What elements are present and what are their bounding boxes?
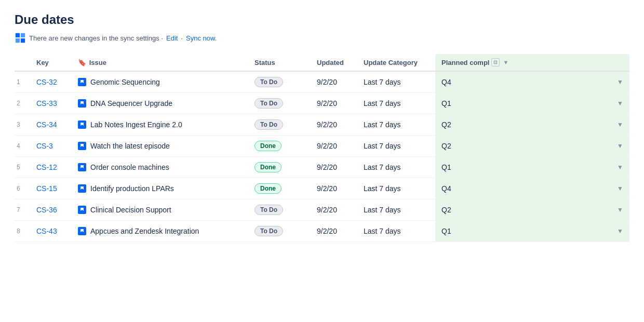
row-category: Last 7 days bbox=[357, 199, 435, 221]
planned-value: Q1 bbox=[441, 99, 451, 108]
row-planned[interactable]: Q1 ▼ bbox=[435, 221, 629, 242]
planned-value: Q2 bbox=[441, 142, 451, 150]
status-badge[interactable]: To Do bbox=[254, 119, 283, 130]
dropdown-arrow-icon[interactable]: ▼ bbox=[617, 164, 623, 171]
col-header-category[interactable]: Update Category bbox=[357, 54, 435, 71]
col-header-issue[interactable]: 🔖 Issue bbox=[72, 54, 248, 71]
row-planned[interactable]: Q2 ▼ bbox=[435, 136, 629, 157]
row-planned[interactable]: Q4 ▼ bbox=[435, 178, 629, 199]
table-row: 8 CS-43 Appcues and Zendesk Integration … bbox=[15, 221, 629, 242]
row-issue[interactable]: Order console machines bbox=[72, 157, 248, 178]
edit-link[interactable]: Edit bbox=[166, 34, 178, 42]
row-num: 2 bbox=[15, 93, 30, 114]
row-planned[interactable]: Q2 ▼ bbox=[435, 199, 629, 221]
status-badge[interactable]: Done bbox=[254, 141, 281, 151]
dropdown-arrow-icon[interactable]: ▼ bbox=[617, 100, 623, 107]
status-badge[interactable]: To Do bbox=[254, 226, 283, 236]
row-status[interactable]: To Do bbox=[248, 199, 311, 221]
issue-title: Appcues and Zendesk Integration bbox=[90, 227, 199, 235]
row-category: Last 7 days bbox=[357, 157, 435, 178]
row-planned[interactable]: Q1 ▼ bbox=[435, 157, 629, 178]
row-status[interactable]: To Do bbox=[248, 114, 311, 136]
row-issue[interactable]: Clinical Decision Support bbox=[72, 199, 248, 221]
row-status[interactable]: Done bbox=[248, 136, 311, 157]
row-key[interactable]: CS-3 bbox=[30, 136, 72, 157]
row-key[interactable]: CS-32 bbox=[30, 71, 72, 93]
row-planned[interactable]: Q1 ▼ bbox=[435, 93, 629, 114]
row-num: 8 bbox=[15, 221, 30, 242]
row-status[interactable]: To Do bbox=[248, 221, 311, 242]
row-category: Last 7 days bbox=[357, 114, 435, 136]
resize-icon[interactable]: ⊡ bbox=[491, 58, 500, 66]
col-header-updated[interactable]: Updated bbox=[311, 54, 357, 71]
row-key[interactable]: CS-12 bbox=[30, 157, 72, 178]
story-icon bbox=[78, 206, 86, 214]
dropdown-arrow-icon[interactable]: ▼ bbox=[617, 206, 623, 213]
sync-now-link[interactable]: Sync now. bbox=[186, 34, 217, 42]
row-status[interactable]: To Do bbox=[248, 93, 311, 114]
svg-rect-0 bbox=[16, 33, 20, 37]
row-updated: 9/2/20 bbox=[311, 199, 357, 221]
row-status[interactable]: Done bbox=[248, 157, 311, 178]
planned-value: Q2 bbox=[441, 206, 451, 214]
row-planned[interactable]: Q2 ▼ bbox=[435, 114, 629, 136]
issue-title: Clinical Decision Support bbox=[90, 206, 171, 214]
story-icon bbox=[78, 163, 86, 171]
row-key[interactable]: CS-34 bbox=[30, 114, 72, 136]
status-badge[interactable]: Done bbox=[254, 183, 281, 194]
row-issue[interactable]: Genomic Sequencing bbox=[72, 71, 248, 93]
sort-chevron-icon[interactable]: ▼ bbox=[503, 59, 508, 65]
dropdown-arrow-icon[interactable]: ▼ bbox=[617, 121, 623, 128]
svg-rect-3 bbox=[21, 38, 25, 43]
row-issue[interactable]: Identify production LPARs bbox=[72, 178, 248, 199]
story-icon bbox=[78, 99, 86, 108]
status-badge[interactable]: To Do bbox=[254, 205, 283, 215]
row-category: Last 7 days bbox=[357, 178, 435, 199]
row-planned[interactable]: Q4 ▼ bbox=[435, 71, 629, 93]
bookmark-icon: 🔖 bbox=[78, 59, 86, 66]
row-key[interactable]: CS-43 bbox=[30, 221, 72, 242]
story-icon bbox=[78, 120, 86, 129]
row-key[interactable]: CS-36 bbox=[30, 199, 72, 221]
planned-value: Q2 bbox=[441, 120, 451, 129]
dropdown-arrow-icon[interactable]: ▼ bbox=[617, 185, 623, 192]
status-badge[interactable]: To Do bbox=[254, 98, 283, 109]
dropdown-arrow-icon[interactable]: ▼ bbox=[617, 78, 623, 86]
row-issue[interactable]: DNA Sequencer Upgrade bbox=[72, 93, 248, 114]
story-icon bbox=[78, 227, 86, 235]
row-updated: 9/2/20 bbox=[311, 136, 357, 157]
row-key[interactable]: CS-33 bbox=[30, 93, 72, 114]
issue-title: DNA Sequencer Upgrade bbox=[90, 99, 172, 108]
row-updated: 9/2/20 bbox=[311, 178, 357, 199]
dropdown-arrow-icon[interactable]: ▼ bbox=[617, 142, 623, 150]
row-key[interactable]: CS-15 bbox=[30, 178, 72, 199]
due-dates-table: Key 🔖 Issue Status Updated Update Catego… bbox=[15, 54, 629, 242]
row-updated: 9/2/20 bbox=[311, 93, 357, 114]
status-badge[interactable]: To Do bbox=[254, 77, 283, 87]
row-status[interactable]: To Do bbox=[248, 71, 311, 93]
col-header-key[interactable]: Key bbox=[30, 54, 72, 71]
row-category: Last 7 days bbox=[357, 136, 435, 157]
row-category: Last 7 days bbox=[357, 93, 435, 114]
sync-icon bbox=[15, 32, 26, 44]
planned-value: Q4 bbox=[441, 184, 451, 193]
drag-dots-icon: · · · · · · bbox=[516, 54, 549, 55]
status-badge[interactable]: Done bbox=[254, 162, 281, 172]
row-updated: 9/2/20 bbox=[311, 71, 357, 93]
story-icon bbox=[78, 142, 86, 150]
row-issue[interactable]: Watch the latest episode bbox=[72, 136, 248, 157]
row-issue[interactable]: Lab Notes Ingest Engine 2.0 bbox=[72, 114, 248, 136]
row-status[interactable]: Done bbox=[248, 178, 311, 199]
col-header-num bbox=[15, 54, 30, 71]
col-header-planned[interactable]: · · · · · · Planned compl ⊡ ▼ bbox=[435, 54, 629, 71]
row-num: 5 bbox=[15, 157, 30, 178]
row-issue[interactable]: Appcues and Zendesk Integration bbox=[72, 221, 248, 242]
sync-bar: There are new changes in the sync settin… bbox=[15, 32, 629, 44]
dropdown-arrow-icon[interactable]: ▼ bbox=[617, 227, 623, 235]
col-header-status[interactable]: Status bbox=[248, 54, 311, 71]
story-icon bbox=[78, 78, 86, 86]
issue-title: Order console machines bbox=[90, 163, 169, 171]
table-row: 1 CS-32 Genomic Sequencing To Do 9/2/20 … bbox=[15, 71, 629, 93]
row-num: 3 bbox=[15, 114, 30, 136]
row-num: 7 bbox=[15, 199, 30, 221]
